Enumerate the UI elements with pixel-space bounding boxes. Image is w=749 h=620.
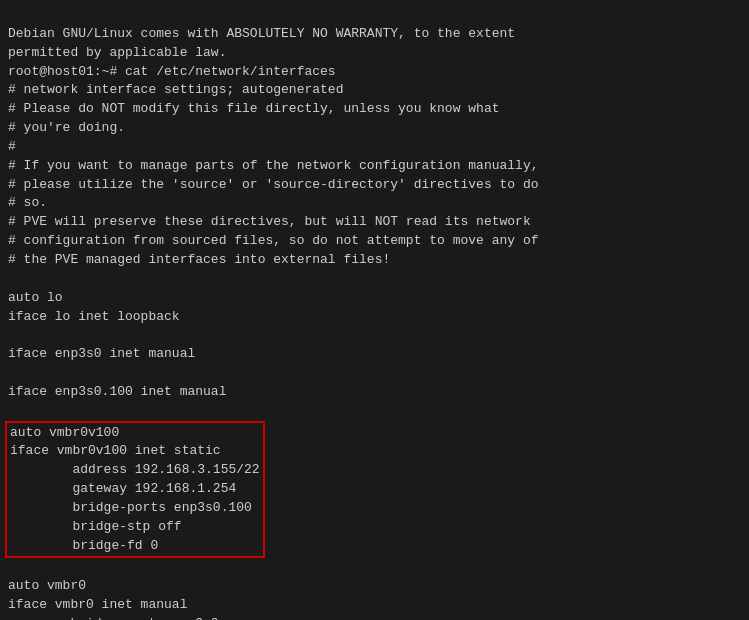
line-12: # configuration from sourced files, so d… — [8, 232, 741, 251]
after-line-4: bridge-ports enp3s0 — [8, 615, 741, 620]
terminal-window: Debian GNU/Linux comes with ABSOLUTELY N… — [0, 0, 749, 620]
line-20: iface enp3s0.100 inet manual — [8, 383, 741, 402]
line-9: # please utilize the 'source' or 'source… — [8, 176, 741, 195]
highlighted-block: auto vmbr0v100iface vmbr0v100 inet stati… — [5, 421, 265, 559]
line-3: root@host01:~# cat /etc/network/interfac… — [8, 63, 741, 82]
highlight-line-2: iface vmbr0v100 inet static — [10, 442, 260, 461]
line-16: iface lo inet loopback — [8, 308, 741, 327]
after-output: auto vmbr0iface vmbr0 inet manual bridge… — [8, 558, 741, 620]
terminal-output: Debian GNU/Linux comes with ABSOLUTELY N… — [8, 25, 741, 421]
line-5: # Please do NOT modify this file directl… — [8, 100, 741, 119]
line-19 — [8, 364, 741, 383]
highlight-line-1: auto vmbr0v100 — [10, 424, 260, 443]
line-10: # so. — [8, 194, 741, 213]
line-17 — [8, 326, 741, 345]
line-1: Debian GNU/Linux comes with ABSOLUTELY N… — [8, 25, 741, 44]
line-21 — [8, 402, 741, 421]
after-line-2: auto vmbr0 — [8, 577, 741, 596]
line-14 — [8, 270, 741, 289]
highlight-line-7: bridge-fd 0 — [10, 537, 260, 556]
after-line-1 — [8, 558, 741, 577]
highlight-line-3: address 192.168.3.155/22 — [10, 461, 260, 480]
line-7: # — [8, 138, 741, 157]
highlight-line-4: gateway 192.168.1.254 — [10, 480, 260, 499]
line-4: # network interface settings; autogenera… — [8, 81, 741, 100]
line-11: # PVE will preserve these directives, bu… — [8, 213, 741, 232]
line-2: permitted by applicable law. — [8, 44, 741, 63]
line-15: auto lo — [8, 289, 741, 308]
line-18: iface enp3s0 inet manual — [8, 345, 741, 364]
line-8: # If you want to manage parts of the net… — [8, 157, 741, 176]
highlight-line-5: bridge-ports enp3s0.100 — [10, 499, 260, 518]
line-6: # you're doing. — [8, 119, 741, 138]
highlight-line-6: bridge-stp off — [10, 518, 260, 537]
after-line-3: iface vmbr0 inet manual — [8, 596, 741, 615]
line-13: # the PVE managed interfaces into extern… — [8, 251, 741, 270]
